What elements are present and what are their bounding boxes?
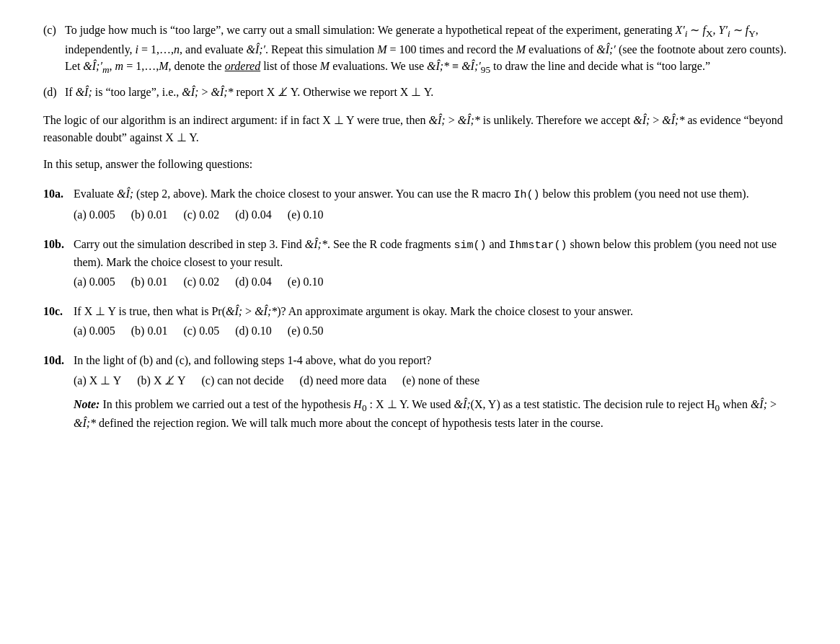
q10c-choice-b: (b) 0.01 xyxy=(131,325,168,337)
q10a-header: 10a. Evaluate &Î; (step 2, above). Mark … xyxy=(43,185,797,203)
question-10b: 10b. Carry out the simulation described … xyxy=(43,236,797,290)
q10b-body: Carry out the simulation described in st… xyxy=(74,236,797,270)
q10c-choice-e: (e) 0.50 xyxy=(288,325,324,337)
q10c-body: If X ⊥ Y is true, then what is Pr(&Î; > … xyxy=(74,303,797,319)
q10c-choice-c: (c) 0.05 xyxy=(183,325,219,337)
q10a-choice-d: (d) 0.04 xyxy=(235,208,272,221)
q10b-choice-a: (a) 0.005 xyxy=(74,275,115,288)
q10a-num: 10a. xyxy=(43,185,74,203)
q10b-choices: (a) 0.005 (b) 0.01 (c) 0.02 (d) 0.04 (e)… xyxy=(74,273,797,290)
logic-paragraph: The logic of our algorithm is an indirec… xyxy=(43,112,797,145)
part-c: (c) To judge how much is “too large”, we… xyxy=(43,22,797,76)
q10d-num: 10d. xyxy=(43,352,74,369)
q10d-choice-b: (b) X ⊥̸ Y xyxy=(137,374,185,387)
question-10c: 10c. If X ⊥ Y is true, then what is Pr(&… xyxy=(43,303,797,339)
content-area: (c) To judge how much is “too large”, we… xyxy=(43,22,797,431)
q10d-header: 10d. In the light of (b) and (c), and fo… xyxy=(43,352,797,369)
q10d-choice-a: (a) X ⊥ Y xyxy=(74,374,121,387)
q10a-choices: (a) 0.005 (b) 0.01 (c) 0.02 (d) 0.04 (e)… xyxy=(74,206,797,223)
q10b-choice-c: (c) 0.02 xyxy=(183,275,219,288)
part-d: (d) If &Î; is “too large”, i.e., &Î; > &… xyxy=(43,84,797,100)
q10c-header: 10c. If X ⊥ Y is true, then what is Pr(&… xyxy=(43,303,797,319)
part-d-text: If &Î; is “too large”, i.e., &Î; > &Î;* … xyxy=(65,84,433,100)
q10b-choice-d: (d) 0.04 xyxy=(235,275,272,288)
part-d-label: (d) xyxy=(43,84,65,100)
part-c-label: (c) xyxy=(43,22,65,76)
q10b-choice-e: (e) 0.10 xyxy=(288,275,324,288)
q10c-choice-d: (d) 0.10 xyxy=(235,325,272,337)
question-10a: 10a. Evaluate &Î; (step 2, above). Mark … xyxy=(43,185,797,223)
q10b-choice-b: (b) 0.01 xyxy=(131,275,168,288)
q10d-body: In the light of (b) and (c), and followi… xyxy=(74,352,797,369)
q10a-choice-e: (e) 0.10 xyxy=(288,208,324,221)
q10a-choice-b: (b) 0.01 xyxy=(131,208,168,221)
q10c-choices: (a) 0.005 (b) 0.01 (c) 0.05 (d) 0.10 (e)… xyxy=(74,322,797,339)
q10a-body: Evaluate &Î; (step 2, above). Mark the c… xyxy=(74,185,797,203)
part-c-text: To judge how much is “too large”, we car… xyxy=(65,22,797,76)
q10d-choices: (a) X ⊥ Y (b) X ⊥̸ Y (c) can not decide … xyxy=(74,372,797,389)
q10b-num: 10b. xyxy=(43,236,74,270)
note-block: Note: In this problem we carried out a t… xyxy=(74,396,797,432)
q10d-choice-c: (c) can not decide xyxy=(201,374,283,387)
setup-paragraph: In this setup, answer the following ques… xyxy=(43,156,797,172)
q10b-header: 10b. Carry out the simulation described … xyxy=(43,236,797,270)
q10c-num: 10c. xyxy=(43,303,74,319)
q10a-choice-a: (a) 0.005 xyxy=(74,208,115,221)
q10d-choice-d: (d) need more data xyxy=(300,374,386,387)
q10a-choice-c: (c) 0.02 xyxy=(183,208,219,221)
question-10d: 10d. In the light of (b) and (c), and fo… xyxy=(43,352,797,431)
q10c-choice-a: (a) 0.005 xyxy=(74,325,115,337)
q10d-choice-e: (e) none of these xyxy=(402,374,479,387)
